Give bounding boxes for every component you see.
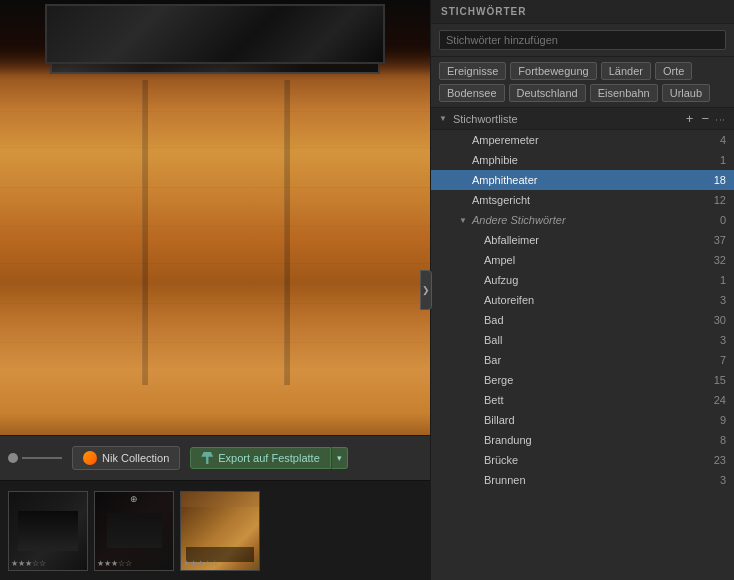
keyword-list-item[interactable]: Bett24 bbox=[431, 390, 734, 410]
nik-collection-button[interactable]: Nik Collection bbox=[72, 446, 180, 470]
keyword-tag[interactable]: Fortbewegung bbox=[510, 62, 596, 80]
keyword-list-item[interactable]: Amtsgericht12 bbox=[431, 190, 734, 210]
keyword-count: 1 bbox=[706, 274, 726, 286]
keyword-list-label: Stichwortliste bbox=[453, 113, 680, 125]
keyword-list-item[interactable]: Bad30 bbox=[431, 310, 734, 330]
keyword-list-item[interactable]: Amperemeter4 bbox=[431, 130, 734, 150]
keyword-list-item[interactable]: Bar7 bbox=[431, 350, 734, 370]
keyword-count: 30 bbox=[706, 314, 726, 326]
keyword-tag[interactable]: Deutschland bbox=[509, 84, 586, 102]
main-image bbox=[0, 0, 430, 435]
export-button[interactable]: Export auf Festplatte bbox=[190, 447, 331, 469]
export-label: Export auf Festplatte bbox=[218, 452, 320, 464]
keyword-name: Autoreifen bbox=[484, 294, 706, 306]
keyword-tag[interactable]: Länder bbox=[601, 62, 651, 80]
keyword-name: Ball bbox=[484, 334, 706, 346]
keyword-name: Brunnen bbox=[484, 474, 706, 486]
keyword-list-header: ▼ Stichwortliste + − ⋮ bbox=[431, 108, 734, 130]
keyword-list[interactable]: Amperemeter4Amphibie1Amphitheater18Amtsg… bbox=[431, 130, 734, 580]
keyword-count: 0 bbox=[706, 214, 726, 226]
keyword-tag[interactable]: Bodensee bbox=[439, 84, 505, 102]
plugin-icon bbox=[83, 451, 97, 465]
keyword-name: Abfalleimer bbox=[484, 234, 706, 246]
keyword-list-item[interactable]: Brücke23 bbox=[431, 450, 734, 470]
keyword-list-item[interactable]: Berge15 bbox=[431, 370, 734, 390]
keyword-list-item[interactable]: Brandung8 bbox=[431, 430, 734, 450]
keyword-count: 18 bbox=[706, 174, 726, 186]
slider-track bbox=[22, 457, 62, 459]
keyword-list-item[interactable]: Aufzug1 bbox=[431, 270, 734, 290]
keyword-tag[interactable]: Urlaub bbox=[662, 84, 710, 102]
bottom-toolbar: Nik Collection Export auf Festplatte ▾ bbox=[0, 435, 430, 480]
filmstrip-thumb-1[interactable]: ★★★☆☆ bbox=[8, 491, 88, 571]
keyword-list-item[interactable]: Brunnen3 bbox=[431, 470, 734, 490]
keyword-count: 12 bbox=[706, 194, 726, 206]
star-rating-3: ★★★☆☆ bbox=[183, 559, 218, 568]
keyword-tag[interactable]: Eisenbahn bbox=[590, 84, 658, 102]
keyword-count: 15 bbox=[706, 374, 726, 386]
keyword-name: Bar bbox=[484, 354, 706, 366]
filmstrip: ★★★☆☆ ⊕ ★★★☆☆ ★★★☆☆ bbox=[0, 480, 430, 580]
keyword-list-item[interactable]: ▼Andere Stichwörter0 bbox=[431, 210, 734, 230]
keyword-tag[interactable]: Orte bbox=[655, 62, 692, 80]
star-rating-2: ★★★☆☆ bbox=[97, 559, 132, 568]
keyword-list-item[interactable]: Ball3 bbox=[431, 330, 734, 350]
keyword-name: Bad bbox=[484, 314, 706, 326]
keywords-section-title: STICHWÖRTER bbox=[431, 0, 734, 24]
keyword-list-item[interactable]: Billard9 bbox=[431, 410, 734, 430]
keyword-name: Billard bbox=[484, 414, 706, 426]
list-options-menu[interactable]: ⋮ bbox=[715, 115, 726, 123]
export-icon bbox=[201, 452, 213, 464]
keyword-name: Brücke bbox=[484, 454, 706, 466]
keyword-input-row bbox=[431, 24, 734, 57]
remove-keyword-button[interactable]: − bbox=[699, 112, 711, 125]
chevron-right-icon: ❯ bbox=[422, 285, 430, 295]
keyword-count: 37 bbox=[706, 234, 726, 246]
keyword-list-item[interactable]: Amphibie1 bbox=[431, 150, 734, 170]
keyword-list-item[interactable]: Amphitheater18 bbox=[431, 170, 734, 190]
keyword-name: Amphitheater bbox=[472, 174, 706, 186]
keyword-count: 4 bbox=[706, 134, 726, 146]
keyword-name: Bett bbox=[484, 394, 706, 406]
keyword-name: Amtsgericht bbox=[472, 194, 706, 206]
wood-texture bbox=[0, 80, 430, 385]
keyword-count: 32 bbox=[706, 254, 726, 266]
panel-collapse-button[interactable]: ❯ bbox=[420, 270, 432, 310]
location-badge: ⊕ bbox=[130, 494, 138, 504]
triangle-icon: ▼ bbox=[439, 114, 447, 123]
keyword-name: Andere Stichwörter bbox=[472, 214, 706, 226]
keyword-input[interactable] bbox=[439, 30, 726, 50]
slider-thumb bbox=[8, 453, 18, 463]
keyword-name: Ampel bbox=[484, 254, 706, 266]
star-rating-1: ★★★☆☆ bbox=[11, 559, 46, 568]
keyword-name: Aufzug bbox=[484, 274, 706, 286]
zoom-slider[interactable] bbox=[8, 453, 62, 463]
keyword-count: 9 bbox=[706, 414, 726, 426]
filmstrip-thumb-2[interactable]: ⊕ ★★★☆☆ bbox=[94, 491, 174, 571]
keyword-toggle: ▼ bbox=[459, 216, 469, 225]
keyword-tag[interactable]: Ereignisse bbox=[439, 62, 506, 80]
keyword-list-item[interactable]: Abfalleimer37 bbox=[431, 230, 734, 250]
keyword-count: 3 bbox=[706, 474, 726, 486]
filmstrip-thumb-3[interactable]: ★★★☆☆ bbox=[180, 491, 260, 571]
plugin-label: Nik Collection bbox=[102, 452, 169, 464]
keyword-tags: EreignisseFortbewegungLänderOrteBodensee… bbox=[431, 57, 734, 108]
keyword-count: 23 bbox=[706, 454, 726, 466]
left-panel: ❯ Nik Collection Export auf Festplatte ▾… bbox=[0, 0, 430, 580]
keyword-list-item[interactable]: Autoreifen3 bbox=[431, 290, 734, 310]
keyword-list-item[interactable]: Ampel32 bbox=[431, 250, 734, 270]
export-dropdown-button[interactable]: ▾ bbox=[331, 447, 348, 469]
keyword-count: 24 bbox=[706, 394, 726, 406]
export-button-group: Export auf Festplatte ▾ bbox=[190, 447, 348, 469]
keyword-name: Amperemeter bbox=[472, 134, 706, 146]
right-panel: STICHWÖRTER EreignisseFortbewegungLänder… bbox=[430, 0, 734, 580]
keyword-count: 8 bbox=[706, 434, 726, 446]
keyword-count: 3 bbox=[706, 294, 726, 306]
keyword-count: 1 bbox=[706, 154, 726, 166]
keyword-name: Berge bbox=[484, 374, 706, 386]
keyword-name: Brandung bbox=[484, 434, 706, 446]
keyword-count: 3 bbox=[706, 334, 726, 346]
add-keyword-button[interactable]: + bbox=[684, 112, 696, 125]
keyword-count: 7 bbox=[706, 354, 726, 366]
keyword-name: Amphibie bbox=[472, 154, 706, 166]
